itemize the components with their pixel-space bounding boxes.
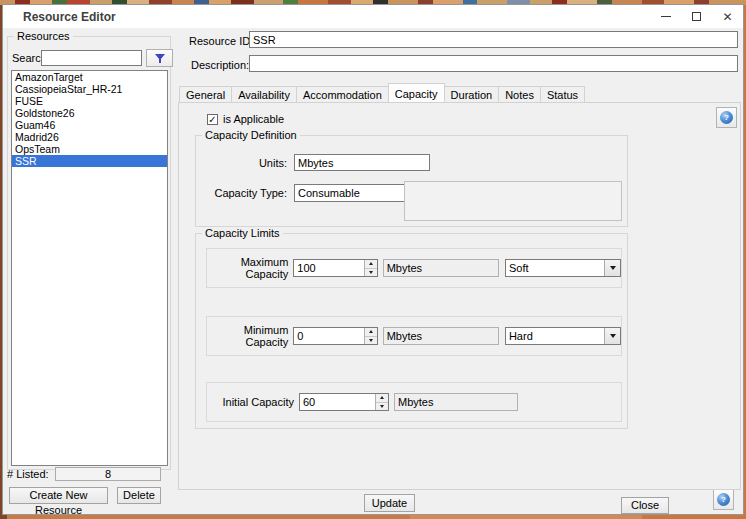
delete-button[interactable]: Delete [117,487,161,504]
spinner-down-button[interactable] [365,269,377,277]
tab-duration[interactable]: Duration [444,86,500,102]
spinner-down-button[interactable] [365,337,377,345]
dropdown-button[interactable] [604,328,620,344]
list-item[interactable]: FUSE [12,95,167,107]
capacity-definition-groupbox: Capacity Definition Units: Mbytes Capaci… [195,135,628,227]
resource-editor-window: Resource Editor ✕ Resources Search: Amaz… [2,4,744,515]
listed-count-value: 8 [55,467,161,481]
arrow-down-icon [369,339,373,342]
capacity-limits-groupbox: Capacity Limits Maximum Capacity 100 Mby… [195,233,628,429]
maximum-capacity-spinner[interactable]: 100 [293,259,377,277]
close-button[interactable]: ✕ [712,5,743,28]
description-field[interactable] [249,55,738,72]
capacity-limits-label: Capacity Limits [202,227,283,239]
dropdown-button[interactable] [604,260,620,276]
search-label: Search: [12,52,41,64]
spinner-down-button[interactable] [376,403,388,411]
close-icon: ✕ [722,11,732,23]
description-label: Description: [191,59,249,71]
list-item[interactable]: AmazonTarget [12,71,167,83]
search-row: Search: [12,49,173,67]
is-applicable-checkbox[interactable]: ✓ [207,114,218,125]
resource-id-field[interactable]: SSR [249,31,738,48]
minimum-capacity-units: Mbytes [383,327,499,345]
tab-availability[interactable]: Availability [231,86,297,102]
list-item[interactable]: Guam46 [12,119,167,131]
chevron-down-icon [610,266,616,270]
list-item[interactable]: OpsTeam [12,143,167,155]
initial-capacity-value: 60 [300,394,375,410]
units-label: Units: [196,157,294,169]
maximum-capacity-units: Mbytes [383,259,499,277]
arrow-down-icon [369,271,373,274]
arrow-up-icon [380,396,384,399]
maximum-capacity-constraint: Soft [506,262,604,274]
help-button-bottom[interactable]: ? [713,489,734,510]
minimize-icon [661,16,671,17]
filter-funnel-stem [159,59,161,63]
list-item[interactable]: Madrid26 [12,131,167,143]
minimize-button[interactable] [650,5,681,28]
maximize-button[interactable] [681,5,712,28]
resource-list[interactable]: AmazonTarget CassiopeiaStar_HR-21 FUSE G… [11,70,168,466]
create-new-resource-button[interactable]: Create New Resource [9,487,108,504]
tab-general[interactable]: General [179,86,232,102]
titlebar[interactable]: Resource Editor ✕ [3,5,743,28]
initial-capacity-panel: Initial Capacity 60 Mbytes [206,382,622,422]
capacity-type-row: Capacity Type: Consumable [196,184,430,202]
maximize-icon [692,12,701,21]
tab-accommodation[interactable]: Accommodation [296,86,389,102]
window-title: Resource Editor [3,10,116,24]
initial-capacity-spinner[interactable]: 60 [299,393,389,411]
resources-groupbox: Resources Search: AmazonTarget Cassiopei… [7,36,171,470]
list-item[interactable]: CassiopeiaStar_HR-21 [12,83,167,95]
resource-id-label: Resource ID: [189,35,253,47]
listed-count-label: # Listed: [7,468,55,480]
initial-capacity-units: Mbytes [394,393,518,411]
dialog-client-area: Resources Search: AmazonTarget Cassiopei… [3,28,743,514]
spinner-buttons [364,260,377,276]
minimum-capacity-value: 0 [294,328,363,344]
help-button-top[interactable]: ? [716,107,737,128]
spinner-buttons [375,394,388,410]
minimum-capacity-panel: Minimum Capacity 0 Mbytes Hard [206,316,622,356]
capacity-tab-page: ? ✓ is Applicable Capacity Definition Un… [178,102,741,490]
capacity-type-label: Capacity Type: [196,187,294,199]
minimum-capacity-constraint-dropdown[interactable]: Hard [505,327,621,345]
maximum-capacity-constraint-dropdown[interactable]: Soft [505,259,621,277]
listed-count-row: # Listed: 8 [7,467,169,481]
arrow-down-icon [380,405,384,408]
list-item[interactable]: Goldstone26 [12,107,167,119]
update-button[interactable]: Update [364,494,415,512]
tab-capacity[interactable]: Capacity [388,83,445,102]
spinner-up-button[interactable] [365,328,377,337]
minimum-capacity-label: Minimum Capacity [207,324,293,348]
spinner-up-button[interactable] [365,260,377,269]
capacity-definition-label: Capacity Definition [202,129,300,141]
maximum-capacity-label: Maximum Capacity [207,256,293,280]
minimum-capacity-constraint: Hard [506,330,604,342]
is-applicable-row: ✓ is Applicable [207,113,284,125]
help-icon: ? [720,111,733,124]
is-applicable-label: is Applicable [223,113,284,125]
tab-status[interactable]: Status [540,86,585,102]
list-item-selected[interactable]: SSR [12,155,167,167]
close-dialog-button[interactable]: Close [621,497,669,514]
resources-group-label: Resources [14,30,73,42]
spinner-up-button[interactable] [376,394,388,403]
filter-button[interactable] [146,49,173,67]
help-icon: ? [717,493,730,506]
minimum-capacity-spinner[interactable]: 0 [293,327,377,345]
search-input[interactable] [41,50,142,66]
window-controls: ✕ [650,5,743,28]
chevron-down-icon [610,334,616,338]
maximum-capacity-panel: Maximum Capacity 100 Mbytes Soft [206,248,622,288]
initial-capacity-label: Initial Capacity [207,396,299,408]
units-field[interactable]: Mbytes [294,154,430,171]
arrow-up-icon [369,330,373,333]
tab-notes[interactable]: Notes [498,86,541,102]
tab-strip: General Availability Accommodation Capac… [179,84,584,102]
arrow-up-icon [369,262,373,265]
capacity-type-value: Consumable [295,187,413,199]
capacity-type-info-panel [404,181,622,221]
